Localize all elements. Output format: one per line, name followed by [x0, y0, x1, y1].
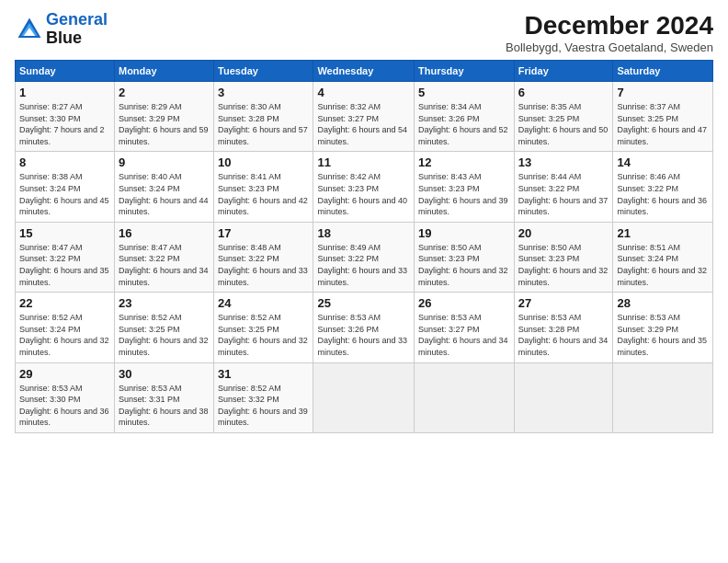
day-number: 22: [19, 296, 110, 310]
day-number: 31: [218, 367, 309, 381]
calendar-cell: 20Sunrise: 8:50 AMSunset: 3:23 PMDayligh…: [514, 222, 613, 292]
calendar-cell: 30Sunrise: 8:53 AMSunset: 3:31 PMDayligh…: [114, 362, 213, 432]
day-detail: Sunrise: 8:27 AMSunset: 3:30 PMDaylight:…: [19, 101, 110, 147]
calendar-cell: 6Sunrise: 8:35 AMSunset: 3:25 PMDaylight…: [514, 82, 613, 152]
day-number: 28: [617, 296, 709, 310]
day-detail: Sunrise: 8:52 AMSunset: 3:24 PMDaylight:…: [19, 312, 110, 358]
calendar-cell: 26Sunrise: 8:53 AMSunset: 3:27 PMDayligh…: [415, 293, 515, 362]
day-number: 23: [119, 296, 210, 310]
calendar-cell: [613, 362, 713, 432]
day-detail: Sunrise: 8:51 AMSunset: 3:24 PMDaylight:…: [617, 242, 709, 288]
day-detail: Sunrise: 8:53 AMSunset: 3:28 PMDaylight:…: [518, 312, 609, 358]
day-number: 10: [218, 155, 309, 169]
day-detail: Sunrise: 8:52 AMSunset: 3:25 PMDaylight:…: [218, 312, 309, 358]
calendar-cell: 22Sunrise: 8:52 AMSunset: 3:24 PMDayligh…: [16, 293, 115, 362]
logo-icon: [15, 15, 44, 44]
calendar-cell: 16Sunrise: 8:47 AMSunset: 3:22 PMDayligh…: [114, 222, 213, 292]
calendar-cell: 19Sunrise: 8:50 AMSunset: 3:23 PMDayligh…: [415, 222, 515, 292]
day-detail: Sunrise: 8:48 AMSunset: 3:22 PMDaylight:…: [218, 242, 309, 288]
day-detail: Sunrise: 8:47 AMSunset: 3:22 PMDaylight:…: [119, 242, 210, 288]
calendar-cell: 12Sunrise: 8:43 AMSunset: 3:23 PMDayligh…: [415, 152, 515, 222]
day-detail: Sunrise: 8:37 AMSunset: 3:25 PMDaylight:…: [617, 101, 709, 147]
day-detail: Sunrise: 8:53 AMSunset: 3:30 PMDaylight:…: [19, 383, 110, 429]
day-number: 1: [19, 86, 110, 99]
calendar-cell: 15Sunrise: 8:47 AMSunset: 3:22 PMDayligh…: [16, 222, 115, 292]
calendar-cell: 9Sunrise: 8:40 AMSunset: 3:24 PMDaylight…: [114, 152, 213, 222]
day-detail: Sunrise: 8:30 AMSunset: 3:28 PMDaylight:…: [218, 101, 309, 147]
day-number: 17: [218, 226, 309, 240]
calendar-cell: 21Sunrise: 8:51 AMSunset: 3:24 PMDayligh…: [613, 222, 713, 292]
day-detail: Sunrise: 8:38 AMSunset: 3:24 PMDaylight:…: [19, 171, 110, 217]
day-number: 29: [19, 367, 110, 381]
calendar-cell: 27Sunrise: 8:53 AMSunset: 3:28 PMDayligh…: [514, 293, 613, 362]
column-header-wednesday: Wednesday: [313, 61, 415, 82]
day-number: 24: [218, 296, 309, 310]
calendar-week-row: 22Sunrise: 8:52 AMSunset: 3:24 PMDayligh…: [16, 293, 713, 362]
calendar-cell: 24Sunrise: 8:52 AMSunset: 3:25 PMDayligh…: [214, 293, 313, 362]
calendar-cell: [514, 362, 613, 432]
logo: General Blue: [15, 11, 108, 48]
day-number: 16: [119, 226, 210, 240]
month-title: December 2024: [506, 11, 713, 40]
calendar-cell: 11Sunrise: 8:42 AMSunset: 3:23 PMDayligh…: [313, 152, 415, 222]
calendar-cell: 13Sunrise: 8:44 AMSunset: 3:22 PMDayligh…: [514, 152, 613, 222]
day-detail: Sunrise: 8:52 AMSunset: 3:32 PMDaylight:…: [218, 383, 309, 429]
day-number: 7: [617, 86, 709, 99]
calendar-cell: 29Sunrise: 8:53 AMSunset: 3:30 PMDayligh…: [16, 362, 115, 432]
header: General Blue December 2024 Bollebygd, Va…: [15, 11, 713, 54]
day-detail: Sunrise: 8:46 AMSunset: 3:22 PMDaylight:…: [617, 171, 709, 217]
calendar-week-row: 29Sunrise: 8:53 AMSunset: 3:30 PMDayligh…: [16, 362, 713, 432]
calendar-week-row: 1Sunrise: 8:27 AMSunset: 3:30 PMDaylight…: [16, 82, 713, 152]
title-block: December 2024 Bollebygd, Vaestra Goetala…: [506, 11, 713, 54]
calendar-week-row: 8Sunrise: 8:38 AMSunset: 3:24 PMDaylight…: [16, 152, 713, 222]
day-detail: Sunrise: 8:52 AMSunset: 3:25 PMDaylight:…: [119, 312, 210, 358]
day-detail: Sunrise: 8:40 AMSunset: 3:24 PMDaylight:…: [119, 171, 210, 217]
calendar-cell: 23Sunrise: 8:52 AMSunset: 3:25 PMDayligh…: [114, 293, 213, 362]
calendar-table: SundayMondayTuesdayWednesdayThursdayFrid…: [15, 60, 713, 433]
page: General Blue December 2024 Bollebygd, Va…: [0, 0, 728, 563]
day-number: 18: [317, 226, 410, 240]
column-header-monday: Monday: [114, 61, 213, 82]
day-number: 3: [218, 86, 309, 99]
day-detail: Sunrise: 8:42 AMSunset: 3:23 PMDaylight:…: [317, 171, 410, 217]
calendar-cell: [415, 362, 515, 432]
calendar-cell: 10Sunrise: 8:41 AMSunset: 3:23 PMDayligh…: [214, 152, 313, 222]
calendar-cell: 17Sunrise: 8:48 AMSunset: 3:22 PMDayligh…: [214, 222, 313, 292]
day-number: 21: [617, 226, 709, 240]
calendar-cell: 3Sunrise: 8:30 AMSunset: 3:28 PMDaylight…: [214, 82, 313, 152]
calendar-cell: 8Sunrise: 8:38 AMSunset: 3:24 PMDaylight…: [16, 152, 115, 222]
day-number: 25: [317, 296, 410, 310]
day-detail: Sunrise: 8:53 AMSunset: 3:27 PMDaylight:…: [418, 312, 510, 358]
calendar-cell: 14Sunrise: 8:46 AMSunset: 3:22 PMDayligh…: [613, 152, 713, 222]
day-detail: Sunrise: 8:50 AMSunset: 3:23 PMDaylight:…: [518, 242, 609, 288]
column-header-sunday: Sunday: [16, 61, 115, 82]
day-number: 26: [418, 296, 510, 310]
day-number: 20: [518, 226, 609, 240]
day-number: 14: [617, 155, 709, 169]
column-header-friday: Friday: [514, 61, 613, 82]
day-detail: Sunrise: 8:43 AMSunset: 3:23 PMDaylight:…: [418, 171, 510, 217]
calendar-cell: 1Sunrise: 8:27 AMSunset: 3:30 PMDaylight…: [16, 82, 115, 152]
day-number: 12: [418, 155, 510, 169]
day-number: 27: [518, 296, 609, 310]
calendar-cell: 5Sunrise: 8:34 AMSunset: 3:26 PMDaylight…: [415, 82, 515, 152]
logo-text: General Blue: [46, 11, 108, 48]
column-header-saturday: Saturday: [613, 61, 713, 82]
day-number: 15: [19, 226, 110, 240]
day-number: 13: [518, 155, 609, 169]
location-subtitle: Bollebygd, Vaestra Goetaland, Sweden: [506, 40, 713, 54]
calendar-cell: 18Sunrise: 8:49 AMSunset: 3:22 PMDayligh…: [313, 222, 415, 292]
column-header-tuesday: Tuesday: [214, 61, 313, 82]
day-detail: Sunrise: 8:47 AMSunset: 3:22 PMDaylight:…: [19, 242, 110, 288]
day-detail: Sunrise: 8:50 AMSunset: 3:23 PMDaylight:…: [418, 242, 510, 288]
calendar-header-row: SundayMondayTuesdayWednesdayThursdayFrid…: [16, 61, 713, 82]
day-detail: Sunrise: 8:53 AMSunset: 3:29 PMDaylight:…: [617, 312, 709, 358]
day-number: 11: [317, 155, 410, 169]
day-number: 9: [119, 155, 210, 169]
calendar-cell: 4Sunrise: 8:32 AMSunset: 3:27 PMDaylight…: [313, 82, 415, 152]
day-number: 5: [418, 86, 510, 99]
day-detail: Sunrise: 8:53 AMSunset: 3:31 PMDaylight:…: [119, 383, 210, 429]
calendar-cell: 2Sunrise: 8:29 AMSunset: 3:29 PMDaylight…: [114, 82, 213, 152]
day-detail: Sunrise: 8:53 AMSunset: 3:26 PMDaylight:…: [317, 312, 410, 358]
calendar-cell: [313, 362, 415, 432]
